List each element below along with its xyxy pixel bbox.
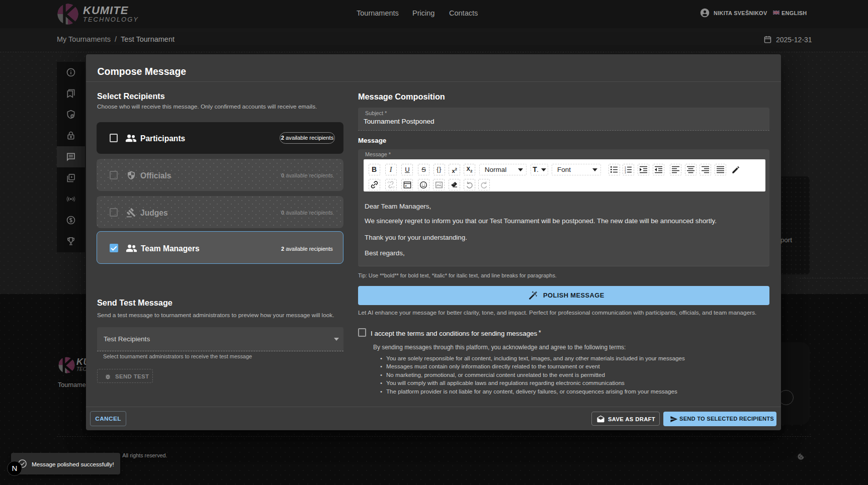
svg-text:$: $: [71, 115, 73, 118]
svg-text:3: 3: [625, 171, 626, 173]
svg-text:#_: #_: [405, 184, 409, 188]
